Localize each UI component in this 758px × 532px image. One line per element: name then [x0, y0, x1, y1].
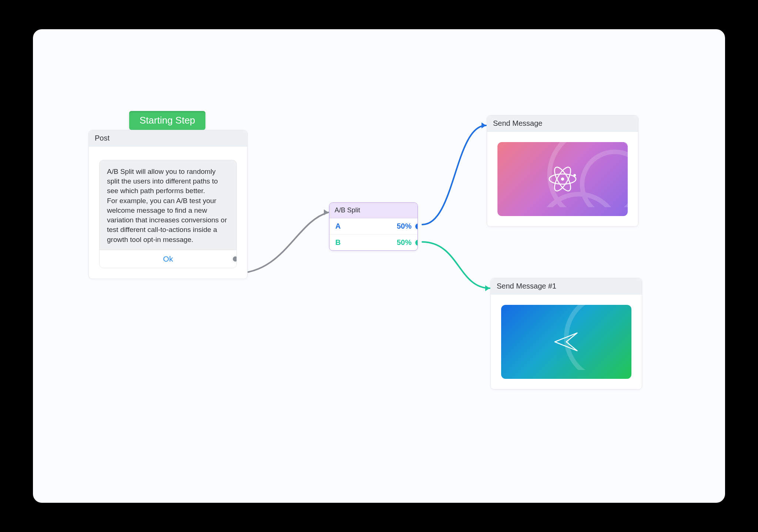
send-message-b-header: Send Message #1 — [491, 278, 642, 294]
atom-tile — [497, 142, 628, 216]
svg-marker-2 — [485, 285, 490, 291]
ab-row-b-label: B — [335, 238, 341, 247]
send-message-b-node[interactable]: Send Message #1 — [490, 278, 642, 390]
send-message-a-node[interactable]: Send Message — [487, 115, 638, 227]
post-bubble-text: A/B Split will allow you to randomly spl… — [100, 160, 237, 250]
svg-marker-0 — [324, 209, 328, 215]
post-node-body: A/B Split will allow you to randomly spl… — [89, 147, 247, 279]
ab-row-a[interactable]: A 50% — [329, 218, 417, 234]
ok-button[interactable]: Ok — [100, 250, 237, 268]
send-message-b-title: Send Message #1 — [497, 282, 556, 290]
ab-split-header: A/B Split — [329, 203, 417, 218]
post-node-title: Post — [95, 134, 110, 142]
ab-row-a-label: A — [335, 222, 341, 230]
ab-row-b-value: 50% — [397, 238, 412, 247]
ok-output-port[interactable] — [232, 256, 237, 262]
send-message-a-header: Send Message — [487, 115, 638, 132]
ab-split-title: A/B Split — [335, 206, 360, 214]
svg-marker-1 — [482, 122, 486, 128]
starting-step-label: Starting Step — [140, 115, 195, 126]
ab-row-a-value: 50% — [397, 222, 412, 230]
swirl-pattern-icon — [501, 305, 631, 370]
ab-split-node[interactable]: A/B Split A 50% B 50% — [329, 202, 418, 251]
post-node[interactable]: Post A/B Split will allow you to randoml… — [88, 130, 248, 279]
send-message-b-body — [491, 294, 642, 389]
flow-canvas[interactable]: Starting Step Post A/B Split will allow … — [33, 29, 725, 503]
starting-step-badge: Starting Step — [129, 111, 205, 130]
ab-b-output-port[interactable] — [415, 239, 418, 246]
swirl-pattern-icon — [497, 142, 628, 207]
send-message-a-title: Send Message — [493, 119, 542, 127]
ab-row-b[interactable]: B 50% — [329, 234, 417, 250]
ok-button-label: Ok — [163, 255, 173, 263]
post-node-header: Post — [89, 130, 247, 147]
post-bubble: A/B Split will allow you to randomly spl… — [99, 160, 237, 268]
send-message-a-body — [487, 132, 638, 226]
ab-a-output-port[interactable] — [415, 223, 418, 230]
plane-tile — [501, 305, 631, 379]
